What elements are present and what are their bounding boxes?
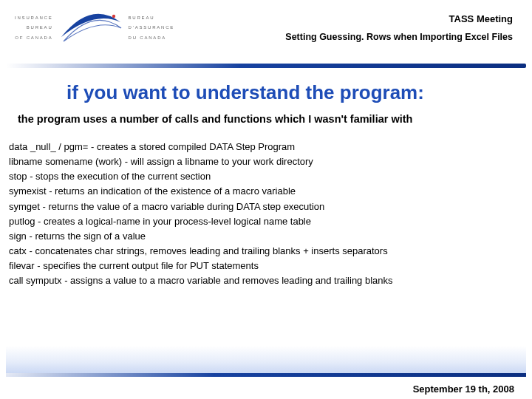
list-item: libname somename (work) - will assign a … xyxy=(9,154,523,169)
logo-text-right: BUREAU D'ASSURANCE DU CANADA xyxy=(129,13,175,43)
footer-gradient xyxy=(6,346,526,377)
logo-left-line: BUREAU xyxy=(15,23,53,33)
footer: September 19 th, 2008 xyxy=(0,341,532,399)
list-item: catx - concatenates char strings, remove… xyxy=(9,244,523,259)
header-subtitle: Setting Guessing. Rows when Importing Ex… xyxy=(285,32,513,42)
slide-intro: the program uses a number of calls and f… xyxy=(0,109,532,135)
header-titles: TASS Meeting Setting Guessing. Rows when… xyxy=(285,6,517,42)
list-item: call symputx - assigns a value to a macr… xyxy=(9,273,523,288)
logo-left-line: INSURANCE xyxy=(15,13,53,23)
list-item: putlog - creates a logical-name in your … xyxy=(9,214,523,229)
list-item: symexist - returns an indication of the … xyxy=(9,184,523,199)
logo-right-line: DU CANADA xyxy=(129,33,175,43)
definition-list: data _null_ / pgm= - creates a stored co… xyxy=(0,135,532,288)
meeting-title: TASS Meeting xyxy=(285,13,513,24)
logo-left-line: OF CANADA xyxy=(15,33,53,43)
list-item: filevar - specifies the current output f… xyxy=(9,259,523,273)
swoosh-icon xyxy=(58,6,124,50)
logo-right-line: BUREAU xyxy=(129,13,175,23)
list-item: sign - returns the sign of a value xyxy=(9,229,523,244)
header: INSURANCE BUREAU OF CANADA BUREAU D'ASSU… xyxy=(0,0,532,61)
slide-title: if you want to understand the program: xyxy=(0,68,532,109)
list-item: stop - stops the execution of the curren… xyxy=(9,169,523,184)
list-item: data _null_ / pgm= - creates a stored co… xyxy=(9,140,523,154)
list-item: symget - returns the value of a macro va… xyxy=(9,200,523,214)
footer-date: September 19 th, 2008 xyxy=(413,383,514,395)
logo-right-line: D'ASSURANCE xyxy=(129,23,175,33)
logo: INSURANCE BUREAU OF CANADA BUREAU D'ASSU… xyxy=(15,6,174,50)
logo-text-left: INSURANCE BUREAU OF CANADA xyxy=(15,13,53,43)
svg-point-0 xyxy=(112,15,115,18)
